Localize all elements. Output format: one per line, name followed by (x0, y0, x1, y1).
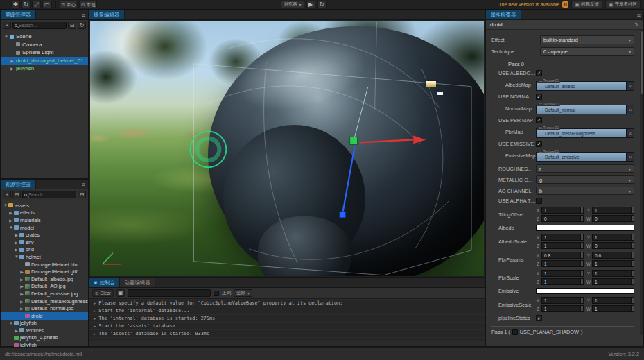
log-entry[interactable]: ▶Start the 'assets' database... (89, 323, 485, 330)
hierarchy-search-input[interactable] (19, 23, 64, 28)
tree-closed-icon[interactable]: ▶ (20, 277, 24, 282)
asset-row[interactable]: ▼model (1, 224, 88, 232)
gizmo-center-handle[interactable] (350, 137, 358, 144)
planar-shadow-checkbox[interactable] (512, 329, 518, 335)
tree-closed-icon[interactable]: ▶ (15, 247, 18, 252)
drag-handle[interactable] (631, 279, 634, 284)
translate-gizmo[interactable] (340, 87, 426, 218)
drag-handle[interactable] (631, 243, 634, 248)
number-input[interactable]: 1 (541, 297, 584, 304)
asset-row[interactable]: ▶crates (1, 231, 88, 239)
asset-row[interactable]: ▶textures (1, 327, 88, 334)
asset-row[interactable]: ▶Default_normal.jpg (1, 305, 88, 312)
number-input[interactable]: 1 (541, 207, 584, 214)
drag-handle[interactable] (631, 207, 634, 213)
menu-icon[interactable]: ≡ (82, 181, 85, 188)
drag-handle[interactable] (580, 243, 583, 248)
number-input[interactable]: 1 (592, 297, 634, 304)
scene-viewport[interactable] (90, 21, 484, 276)
log-level-select[interactable]: 全部 ▾ (234, 289, 252, 297)
use-albedo-checkbox[interactable]: ✓ (536, 70, 542, 76)
number-input[interactable]: 0 (592, 215, 634, 222)
collapse-all-button[interactable]: ⊟ (68, 22, 76, 29)
sort-assets-button[interactable]: ⊟ (12, 191, 21, 198)
ao-channel-select[interactable]: b▾ (536, 187, 634, 195)
pipeline-states-expander[interactable]: ▸ (536, 315, 542, 321)
technique-select[interactable]: 0 - opaque▾ (540, 47, 634, 56)
roughness-channel-select[interactable]: r▾ (536, 164, 634, 173)
number-input[interactable]: 1 (592, 270, 634, 277)
notification-badge[interactable]: 0 (562, 1, 568, 8)
assets-search-input[interactable] (28, 192, 74, 197)
use-normal-checkbox[interactable]: ✓ (536, 94, 542, 100)
number-input[interactable]: 0.6 (592, 252, 634, 259)
number-input[interactable]: 1 (592, 260, 634, 267)
asset-row[interactable]: ▶Default_emissive.jpg (1, 290, 88, 298)
rect-tool-button[interactable]: ▭ (42, 1, 52, 8)
number-input[interactable]: 1 (592, 234, 634, 241)
number-input[interactable]: 1 (541, 234, 584, 241)
drag-handle[interactable] (631, 261, 634, 266)
tree-closed-icon[interactable]: ▶ (20, 299, 24, 304)
tree-closed-icon[interactable]: ▶ (15, 328, 18, 333)
asset-row[interactable]: ▶Default_metalRoughness.jpg (1, 298, 88, 305)
clear-texture-button[interactable]: × (626, 129, 634, 137)
rotate-tool-button[interactable]: ↻ (21, 1, 31, 8)
number-input[interactable]: 1 (541, 242, 584, 249)
number-input[interactable]: 1 (592, 207, 634, 214)
drag-handle[interactable] (580, 207, 583, 213)
tree-closed-icon[interactable]: ▶ (20, 284, 24, 289)
asset-row[interactable]: ▼jellyfish (1, 320, 88, 327)
log-entry[interactable]: ▶Start the 'internal' database... (89, 307, 485, 315)
log-entry[interactable]: ▶The 'assets' database is started: 933ms (89, 330, 485, 338)
number-input[interactable]: 0 (592, 242, 634, 249)
tree-closed-icon[interactable]: ▶ (20, 291, 24, 296)
drag-handle[interactable] (631, 234, 634, 240)
drag-handle[interactable] (631, 271, 634, 276)
update-notice-link[interactable]: The new version is available (498, 2, 559, 7)
asset-row[interactable]: ▶Default_AO.jpg (1, 283, 88, 291)
preview-target-select[interactable]: 浏览器 ▾ (281, 1, 304, 8)
clear-texture-button[interactable]: × (626, 153, 634, 161)
tree-closed-icon[interactable]: ▶ (15, 240, 18, 245)
drag-handle[interactable] (580, 279, 583, 284)
use-emissive-checkbox[interactable]: ✓ (536, 141, 542, 147)
log-caret-icon[interactable]: ▶ (94, 316, 96, 320)
log-caret-icon[interactable]: ▶ (94, 301, 96, 305)
effect-select[interactable]: builtin-standard▾ (540, 35, 634, 44)
tab-console[interactable]: ▣控制台 (89, 278, 120, 287)
gizmo-x-arrow[interactable] (413, 135, 426, 144)
asset-row[interactable]: ▶Default_albedo.jpg (1, 275, 88, 283)
drag-handle[interactable] (580, 298, 583, 303)
asset-row[interactable]: ▼assets (1, 202, 88, 209)
tree-open-icon[interactable]: ▼ (15, 255, 18, 259)
tree-closed-icon[interactable]: ▶ (20, 306, 24, 311)
drag-handle[interactable] (580, 234, 583, 240)
emissive-color-swatch[interactable] (536, 288, 634, 294)
number-input[interactable]: 0 (541, 215, 584, 222)
menu-icon[interactable]: ≡ (82, 12, 85, 19)
asset-row[interactable]: ▶jellyfish_0.prefab (1, 334, 88, 342)
log-entry[interactable]: ▶The 'internal' database is started: 275… (89, 315, 485, 323)
drag-handle[interactable] (580, 306, 583, 311)
log-entry[interactable]: ▶Please specify a default value for "Cub… (89, 300, 485, 307)
tree-closed-icon[interactable]: ▶ (9, 218, 12, 223)
asset-row[interactable]: ▼helmet (1, 253, 88, 261)
collapse-assets-button[interactable]: ⊟ (78, 191, 86, 198)
edit-icon[interactable]: ✎ (634, 22, 639, 28)
tree-closed-icon[interactable]: ▶ (9, 210, 12, 215)
tree-open-icon[interactable]: ▼ (9, 225, 12, 230)
number-input[interactable]: 1 (541, 260, 584, 267)
drag-handle[interactable] (631, 252, 634, 258)
tree-open-icon[interactable]: ▼ (3, 203, 7, 207)
log-caret-icon[interactable]: ▶ (94, 332, 96, 336)
pbr-map-slot[interactable]: cc.Texture2D Default_metalRoughness× (536, 126, 634, 138)
drag-handle[interactable] (580, 216, 583, 221)
asset-row[interactable]: ▶DamagedHelmet.gltf (1, 268, 88, 275)
asset-row-droid-material[interactable]: ▶droid (1, 312, 88, 320)
drag-handle[interactable] (580, 252, 583, 258)
gizmo-z-axis[interactable] (343, 146, 355, 212)
drag-handle[interactable] (631, 306, 634, 311)
number-input[interactable]: 1 (592, 305, 634, 312)
refresh-hierarchy-button[interactable]: ↻ (78, 22, 86, 29)
